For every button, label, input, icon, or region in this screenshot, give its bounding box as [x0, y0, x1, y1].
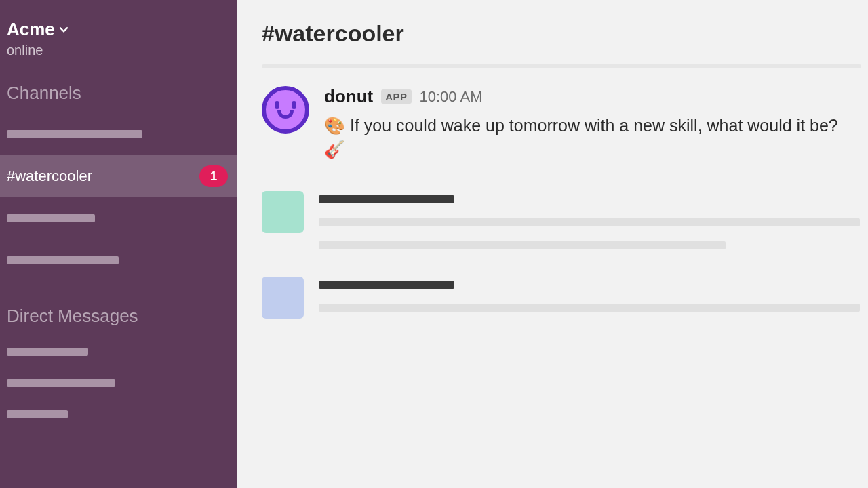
sidebar-dm-item[interactable]: [0, 399, 237, 430]
channel-title: #watercooler: [262, 20, 868, 64]
channel-label: #watercooler: [7, 167, 92, 185]
dm-section-title[interactable]: Direct Messages: [0, 299, 237, 336]
workspace-name: Acme: [7, 19, 55, 40]
sidebar-channel-item[interactable]: [0, 113, 237, 155]
avatar-donut: [262, 86, 309, 134]
message-time: 10:00 AM: [420, 88, 483, 106]
dm-placeholder: [7, 348, 88, 356]
sidebar-channel-item[interactable]: [0, 239, 237, 281]
donut-icon: [262, 86, 309, 134]
text-placeholder: [319, 218, 860, 226]
message-sender: donut: [324, 86, 373, 107]
sidebar-channel-item[interactable]: [0, 197, 237, 239]
message-placeholder[interactable]: [262, 161, 868, 249]
dm-placeholder: [7, 410, 68, 418]
sidebar: Acme online Channels #watercooler 1 Dire…: [0, 0, 237, 488]
channels-section-title[interactable]: Channels: [0, 76, 237, 113]
channel-pane: #watercooler donut APP 10:00 AM 🎨 If you…: [237, 0, 868, 488]
channel-placeholder: [7, 214, 95, 222]
message-text: 🎨 If you could wake up tomorrow with a n…: [324, 114, 846, 161]
text-placeholder: [319, 304, 860, 312]
app-badge: APP: [381, 89, 411, 104]
workspace-switcher[interactable]: Acme online: [0, 19, 237, 76]
sender-placeholder: [319, 195, 454, 203]
channel-placeholder: [7, 130, 142, 138]
workspace-status: online: [7, 43, 226, 58]
avatar: [262, 277, 304, 319]
sidebar-dm-item[interactable]: [0, 367, 237, 399]
sender-placeholder: [319, 281, 454, 289]
avatar: [262, 191, 304, 233]
dm-placeholder: [7, 379, 115, 387]
unread-badge: 1: [199, 165, 228, 187]
chevron-down-icon: [59, 25, 68, 35]
text-placeholder: [319, 241, 726, 249]
message-donut[interactable]: donut APP 10:00 AM 🎨 If you could wake u…: [262, 68, 868, 161]
message-placeholder[interactable]: [262, 249, 868, 319]
sidebar-channel-watercooler[interactable]: #watercooler 1: [0, 155, 237, 197]
channel-placeholder: [7, 256, 119, 264]
sidebar-dm-item[interactable]: [0, 336, 237, 367]
